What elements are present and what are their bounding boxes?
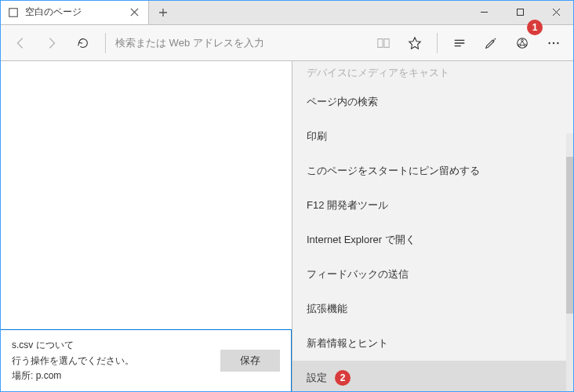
favorites-button[interactable] [399,27,430,59]
download-notification: s.csv について 行う操作を選んでください。 場所: p.com 保存 [0,329,292,392]
svg-rect-1 [517,9,523,16]
svg-rect-0 [9,8,18,16]
save-button[interactable]: 保存 [220,350,280,372]
toolbar: 検索または Web アドレスを入力 1 [0,25,574,61]
page-icon [8,7,19,18]
svg-point-7 [548,42,550,43]
tab-title: 空白のページ [25,5,122,19]
browser-tab[interactable]: 空白のページ [0,0,149,24]
download-line3: 場所: p.com [12,368,213,383]
more-menu: デバイスにメディアをキャスト ページ内の検索 印刷 このページをスタートにピン留… [292,61,574,392]
address-bar[interactable]: 検索または Web アドレスを入力 [112,36,368,50]
svg-point-8 [553,42,554,43]
download-text: s.csv について 行う操作を選んでください。 場所: p.com [12,338,213,383]
menu-item-pin-start[interactable]: このページをスタートにピン留めする [292,154,574,188]
share-button[interactable]: 1 [507,27,538,59]
menu-item-devtools[interactable]: F12 開発者ツール [292,188,574,223]
svg-point-3 [518,38,528,48]
hub-button[interactable] [444,27,475,59]
menu-item-whatsnew[interactable]: 新着情報とヒント [292,326,574,361]
menu-scrollbar[interactable] [566,133,574,392]
refresh-button[interactable] [67,27,99,59]
tab-close-icon[interactable] [128,6,140,19]
menu-item-open-ie[interactable]: Internet Explorer で開く [292,223,574,257]
menu-item-feedback[interactable]: フィードバックの送信 [292,257,574,292]
close-window-button[interactable] [538,0,574,24]
svg-point-2 [495,38,496,39]
svg-point-9 [557,42,558,43]
menu-item-settings[interactable]: 設定 2 [292,361,574,392]
more-button[interactable] [538,27,569,59]
back-button[interactable] [5,27,36,59]
menu-item-cast: デバイスにメディアをキャスト [292,61,574,85]
menu-item-find[interactable]: ページ内の検索 [292,85,574,119]
forward-button[interactable] [36,27,67,59]
download-line2: 行う操作を選んでください。 [12,354,213,368]
menu-scrollbar-thumb[interactable] [566,157,574,314]
new-tab-button[interactable] [149,0,177,24]
menu-item-extensions[interactable]: 拡張機能 [292,292,574,326]
download-line1: s.csv について [12,338,213,353]
content-area: デバイスにメディアをキャスト ページ内の検索 印刷 このページをスタートにピン留… [0,61,574,392]
menu-item-print[interactable]: 印刷 [292,119,574,154]
minimize-button[interactable] [466,0,502,24]
notes-button[interactable] [475,27,507,59]
reading-view-button[interactable] [368,27,399,59]
window-controls [466,0,574,24]
annotation-badge-2: 2 [335,370,351,386]
menu-item-settings-label: 設定 [307,371,327,385]
title-bar: 空白のページ [0,0,574,25]
